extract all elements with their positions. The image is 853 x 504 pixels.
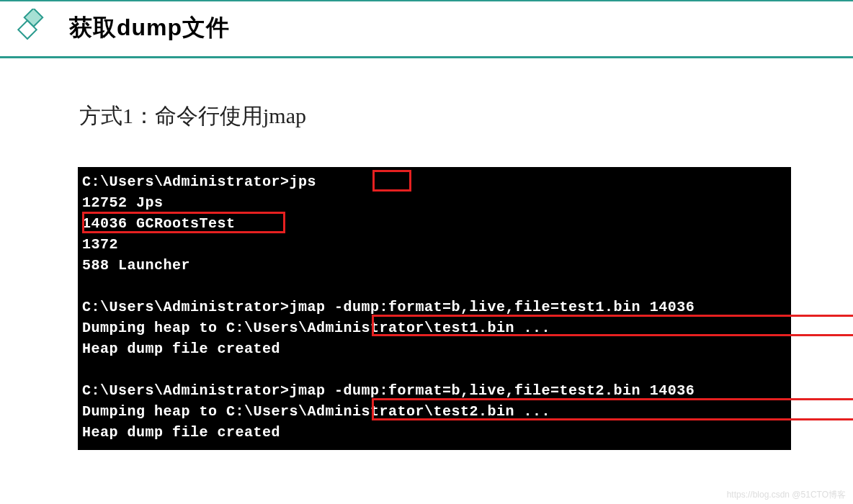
subtitle-text: 方式1：命令行使用jmap <box>79 102 853 131</box>
term-line: Dumping heap to C:\Users\Administrator\t… <box>82 318 787 338</box>
cmd-jps: jps <box>290 174 317 190</box>
terminal-output: C:\Users\Administrator>jps 12752 Jps 140… <box>78 167 791 450</box>
term-line: Heap dump file created <box>82 338 787 359</box>
term-line: C:\Users\Administrator>jmap -dump:format… <box>82 380 787 401</box>
term-line: 1372 <box>82 234 787 255</box>
prompt: C:\Users\Administrator> <box>82 299 290 315</box>
page-title: 获取dump文件 <box>69 12 230 44</box>
term-line: Heap dump file created <box>82 422 787 443</box>
header-bar: 获取dump文件 <box>0 0 853 58</box>
term-line: C:\Users\Administrator>jmap -dump:format… <box>82 297 787 318</box>
cmd-jmap2: jmap -dump:format=b,live,file=test2.bin … <box>290 382 695 399</box>
term-line: 12752 Jps <box>82 192 787 213</box>
prompt: C:\Users\Administrator> <box>82 174 290 190</box>
term-line: C:\Users\Administrator>jps <box>82 171 787 192</box>
cmd-jmap1: jmap -dump:format=b,live,file=test1.bin … <box>290 299 695 315</box>
term-blank <box>82 276 787 297</box>
term-blank <box>82 359 787 380</box>
watermark-text: https://blog.csdn @51CTO博客 <box>727 489 846 501</box>
term-line-gcroots: 14036 GCRootsTest <box>82 213 787 234</box>
prompt: C:\Users\Administrator> <box>82 382 290 399</box>
term-line: 588 Launcher <box>82 255 787 276</box>
logo-icon <box>7 9 48 48</box>
term-line: Dumping heap to C:\Users\Administrator\t… <box>82 401 787 422</box>
